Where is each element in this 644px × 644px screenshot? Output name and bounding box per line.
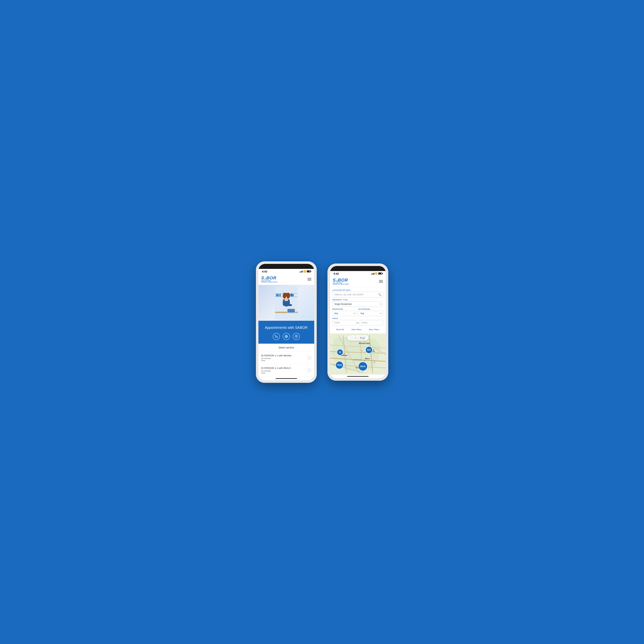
sabor-logo-main-2: S△BOR bbox=[333, 278, 349, 282]
svg-point-40 bbox=[361, 350, 363, 351]
signal-bar-2-3 bbox=[373, 273, 373, 274]
svg-point-23 bbox=[285, 297, 286, 298]
price-max-input[interactable]: $ Max bbox=[360, 320, 383, 326]
property-type-select[interactable]: Single Residential ▾ bbox=[332, 301, 383, 307]
web-circle-icon[interactable] bbox=[283, 333, 290, 340]
app-header-1: S△BOR SAN ANTONIO BOARD of REALTORS® bbox=[258, 274, 314, 285]
map-cluster-7619[interactable]: 7619 bbox=[336, 361, 343, 369]
property-type-label: PROPERTY TYPE bbox=[332, 299, 383, 301]
svg-rect-2 bbox=[275, 293, 284, 294]
status-bar-2: 4:42 📶 bbox=[330, 271, 386, 276]
service-item-1-info-btn[interactable]: i bbox=[307, 356, 311, 360]
notch-bar-2 bbox=[330, 266, 386, 271]
sabor-logo-sub1-2: SAN ANTONIO bbox=[333, 282, 349, 283]
bedrooms-select[interactable]: Any ▾ bbox=[332, 311, 357, 316]
service-item-2-info: IN PERSON 1-1 with REALT... 15 minutes F… bbox=[261, 367, 307, 374]
location-input-placeholder: Address, zip code, #E1234567 bbox=[334, 293, 378, 296]
service-item-2-info-btn[interactable]: i bbox=[307, 368, 311, 372]
more-filters-button[interactable]: More Filters bbox=[369, 329, 379, 331]
svg-point-43 bbox=[364, 360, 365, 361]
wifi-icon-2: 📶 bbox=[375, 272, 378, 275]
property-type-chevron: ▾ bbox=[380, 303, 381, 305]
battery-fill-2 bbox=[379, 273, 381, 274]
phone-2: 4:42 📶 S△BOR bbox=[327, 263, 388, 381]
svg-rect-8 bbox=[280, 294, 281, 296]
price-row: $ Min to $ Max bbox=[332, 320, 383, 326]
service-item-1-duration: 15 minutes bbox=[261, 357, 307, 360]
search-section: LOCATION or #MLS Address, zip code, #E12… bbox=[330, 287, 386, 334]
select-service-bar: Select service bbox=[258, 344, 314, 352]
service-item-1-info: IN PERSON 1-1 with Membe... 15 minutes F… bbox=[261, 354, 307, 362]
wifi-icon-1: 📶 bbox=[303, 270, 306, 272]
status-bar-1: 4:42 📶 bbox=[258, 269, 314, 274]
home-indicator-1 bbox=[258, 377, 314, 380]
property-type-row: PROPERTY TYPE Single Residential ▾ bbox=[332, 299, 383, 307]
map-cluster-33-label: 33 bbox=[339, 351, 341, 354]
svg-rect-10 bbox=[291, 293, 292, 296]
home-indicator-2 bbox=[330, 375, 386, 378]
hamburger-line-1 bbox=[307, 278, 311, 278]
map-type-button[interactable]: Road bbox=[358, 336, 366, 340]
map-cluster-33[interactable]: 33 bbox=[337, 349, 343, 356]
service-item-1-title: IN PERSON 1-1 with Membe... bbox=[261, 354, 307, 357]
signal-bar-3 bbox=[301, 271, 302, 272]
service-item-2-title: IN PERSON 1-1 with REALT... bbox=[261, 367, 307, 370]
signal-bar-2 bbox=[300, 271, 301, 272]
zoom-in-button[interactable]: + bbox=[354, 336, 358, 340]
battery-fill-1 bbox=[307, 271, 310, 272]
appointments-title: Appointments with SABOR bbox=[261, 325, 311, 330]
signal-bar-2-2 bbox=[372, 273, 373, 274]
phone-1: 4:42 📶 S△BOR bbox=[256, 261, 317, 383]
svg-rect-11 bbox=[292, 294, 294, 296]
signal-bars-1 bbox=[300, 270, 303, 272]
map-section[interactable]: − + Road Wichita Falls Fort Worth Abilen… bbox=[330, 334, 386, 375]
bedrooms-label: BEDROOMS bbox=[332, 308, 357, 310]
map-cluster-7619-label: 7619 bbox=[337, 364, 342, 367]
service-item-1[interactable]: IN PERSON 1-1 with Membe... 15 minutes F… bbox=[258, 352, 314, 364]
notch-pill-2 bbox=[347, 266, 369, 271]
signal-bars-2 bbox=[371, 272, 374, 274]
hamburger-line-2-1 bbox=[379, 280, 383, 280]
property-type-value: Single Residential bbox=[334, 303, 352, 305]
beds-baths-row: BEDROOMS Any ▾ BATHROOMS Any ▾ bbox=[332, 308, 383, 316]
signal-bar-4 bbox=[302, 271, 303, 272]
svg-rect-6 bbox=[277, 293, 278, 296]
bathrooms-select[interactable]: Any ▾ bbox=[359, 311, 383, 316]
map-cluster-36541-label: 36541 bbox=[360, 365, 366, 368]
phone-circle-icon[interactable] bbox=[273, 333, 280, 340]
hide-filters-button[interactable]: Hide Filters bbox=[351, 329, 361, 331]
svg-point-44 bbox=[374, 362, 375, 363]
map-label-waco: Waco bbox=[365, 358, 370, 360]
notch-bar-1 bbox=[258, 264, 314, 269]
location-input-wrap[interactable]: Address, zip code, #E1234567 🔍 bbox=[332, 292, 383, 297]
bedrooms-chevron: ▾ bbox=[354, 312, 355, 314]
svg-point-27 bbox=[296, 336, 297, 337]
map-cluster-36541[interactable]: 36541 bbox=[358, 362, 368, 371]
map-label-texas: TEXAS bbox=[353, 359, 362, 361]
status-time-2: 4:42 bbox=[334, 272, 339, 275]
hamburger-menu-2[interactable] bbox=[379, 280, 383, 282]
svg-rect-4 bbox=[289, 293, 298, 294]
icon-row bbox=[261, 333, 311, 340]
reset-all-button[interactable]: Reset All bbox=[336, 329, 344, 331]
map-cluster-514[interactable]: 514 bbox=[365, 346, 373, 354]
sabor-logo-sub2-2: BOARD of REALTORS® bbox=[333, 283, 349, 285]
bathrooms-chevron: ▾ bbox=[380, 312, 381, 314]
location-circle-icon[interactable] bbox=[293, 333, 300, 340]
bathrooms-col: BATHROOMS Any ▾ bbox=[359, 308, 383, 316]
service-item-2[interactable]: IN PERSON 1-1 with REALT... 15 minutes F… bbox=[258, 364, 314, 377]
sabor-logo-main-1: S△BOR bbox=[261, 276, 278, 280]
search-icon[interactable]: 🔍 bbox=[378, 293, 381, 296]
zoom-out-button[interactable]: − bbox=[349, 336, 353, 340]
filter-actions: Reset All Hide Filters More Filters bbox=[332, 327, 383, 331]
hamburger-line-2-3 bbox=[379, 282, 383, 282]
hero-image bbox=[258, 285, 314, 321]
select-service-text: Select service bbox=[278, 346, 294, 349]
bathrooms-value: Any bbox=[361, 312, 364, 315]
home-bar-2 bbox=[347, 376, 369, 377]
price-min-input[interactable]: $ Min bbox=[332, 320, 356, 326]
service-item-2-duration: 15 minutes bbox=[261, 370, 307, 372]
hamburger-line-2-2 bbox=[379, 281, 383, 281]
hamburger-line-2 bbox=[307, 279, 311, 279]
hamburger-menu-1[interactable] bbox=[307, 278, 311, 280]
